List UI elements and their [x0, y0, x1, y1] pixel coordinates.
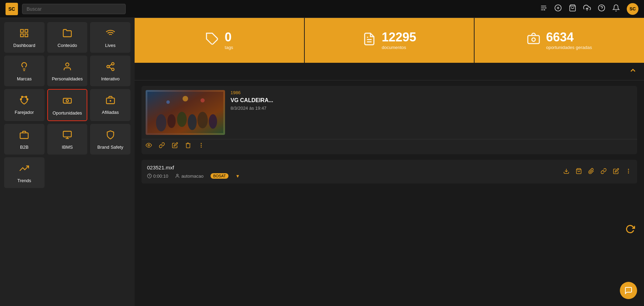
sidebar-label-trends: Trends [17, 178, 31, 183]
svg-point-56 [201, 145, 202, 146]
stat-card-documentos: 12295 documentos [305, 18, 475, 63]
svg-point-30 [66, 100, 68, 102]
content-item-top: 1986 VG CALDEIRA... 8/3/2024 às 19:47 [142, 86, 637, 139]
sidebar-label-lives: Lives [105, 43, 115, 48]
svg-point-52 [166, 100, 170, 104]
svg-rect-34 [20, 133, 28, 138]
link-icon[interactable] [159, 142, 165, 150]
bell-icon[interactable] [612, 4, 620, 13]
sidebar-item-ibms[interactable]: IBMS [47, 124, 88, 155]
svg-rect-29 [63, 98, 71, 103]
search-input[interactable] [22, 4, 126, 14]
bag-icon[interactable] [569, 4, 576, 13]
stats-row: 0 tags 12295 documentos [135, 18, 644, 63]
sidebar-item-lives[interactable]: Lives [90, 22, 130, 53]
svg-point-4 [544, 9, 545, 11]
header-left: SC [6, 3, 126, 15]
delete-icon[interactable] [185, 142, 191, 150]
svg-point-21 [107, 66, 109, 68]
top-header: SC [0, 0, 644, 18]
svg-point-20 [111, 62, 114, 65]
user-icon [175, 174, 180, 178]
sidebar-item-marcas[interactable]: Marcas [4, 56, 45, 86]
stat-label-tags: tags [225, 45, 233, 50]
more2-icon[interactable] [625, 168, 632, 176]
afiliadas-icon [106, 95, 115, 106]
stat-number-documentos: 12295 [382, 31, 416, 43]
filter-icon[interactable] [540, 4, 547, 13]
svg-rect-13 [25, 30, 28, 32]
bulb-icon [19, 62, 29, 73]
link2-icon[interactable] [601, 168, 607, 176]
sidebar-item-oportunidades[interactable]: Oportunidades [47, 89, 88, 121]
folder-icon [62, 28, 72, 39]
svg-point-47 [177, 112, 187, 127]
svg-point-55 [201, 143, 202, 144]
svg-point-53 [201, 98, 205, 102]
cloud-upload-icon[interactable] [583, 4, 591, 13]
stat-card-tags: 0 tags [135, 18, 305, 63]
item2-tag[interactable]: BOSAT [211, 173, 228, 179]
content-meta: 1986 VG CALDEIRA... 8/3/2024 às 19:47 [231, 90, 633, 135]
tag-stat-icon [205, 32, 219, 49]
header-right: SC [540, 3, 638, 15]
svg-point-43 [532, 38, 535, 41]
chat-button[interactable] [620, 282, 637, 299]
app-logo: SC [6, 3, 18, 15]
sidebar-label-b2b: B2B [20, 145, 29, 150]
sidebar-item-b2b[interactable]: B2B [4, 124, 45, 155]
sidebar-label-afiliadas: Afiliadas [102, 110, 119, 115]
edit2-icon[interactable] [613, 168, 619, 176]
content-actions [142, 139, 637, 154]
sidebar-label-dashboard: Dashboard [13, 43, 36, 48]
tag-dropdown[interactable]: ▼ [235, 174, 240, 179]
stat-info-documentos: 12295 documentos [382, 31, 416, 50]
sidebar-label-personalidades: Personalidades [52, 76, 83, 81]
money-icon [62, 96, 72, 107]
sidebar-item-afiliadas[interactable]: Afiliadas [90, 89, 130, 121]
edit-icon[interactable] [172, 142, 178, 150]
stat-number-oportunidades: 6634 [546, 31, 574, 43]
refresh-button[interactable] [623, 223, 637, 237]
sidebar-label-farejador: Farejador [15, 110, 34, 115]
sidebar-item-personalidades[interactable]: Personalidades [47, 56, 88, 86]
download-icon[interactable] [563, 168, 569, 176]
section-header [135, 63, 644, 80]
svg-point-49 [197, 112, 208, 128]
briefcase-icon [19, 130, 29, 141]
sidebar-label-interativo: Interativo [101, 76, 119, 81]
bag-action-icon[interactable] [576, 168, 582, 176]
sidebar-item-farejador[interactable]: Farejador [4, 89, 45, 121]
view-icon[interactable] [146, 142, 152, 150]
thumbnail-image [146, 90, 225, 135]
item2-meta: 0:00:10 automacao BOSAT ▼ [147, 173, 240, 179]
user-avatar[interactable]: SC [627, 3, 638, 15]
sidebar-item-trends[interactable]: Trends [4, 157, 45, 188]
sidebar-label-oportunidades: Oportunidades [52, 110, 82, 116]
svg-point-45 [156, 114, 166, 131]
svg-rect-15 [21, 34, 23, 37]
stat-info-oportunidades: 6634 oportunidades geradas [546, 31, 592, 50]
sidebar-item-brand-safety[interactable]: Brand Safety [90, 124, 130, 155]
svg-line-23 [109, 67, 112, 69]
trending-icon [19, 164, 29, 175]
collapse-button[interactable] [629, 66, 637, 77]
grid-icon [19, 28, 29, 39]
more-icon[interactable] [198, 142, 204, 150]
sidebar-item-dashboard[interactable]: Dashboard [4, 22, 45, 53]
svg-point-48 [188, 114, 197, 130]
svg-point-54 [148, 145, 150, 146]
svg-point-51 [183, 96, 188, 101]
sidebar-item-conteudo[interactable]: Conteúdo [47, 22, 88, 53]
svg-point-57 [201, 147, 202, 148]
svg-rect-14 [25, 34, 28, 37]
money-bag-stat-icon [527, 32, 540, 49]
add-circle-icon[interactable] [554, 4, 562, 13]
sidebar-label-marcas: Marcas [17, 76, 32, 81]
svg-point-63 [628, 171, 629, 171]
svg-point-46 [167, 114, 176, 128]
list-item: 023521.mxf 0:00:10 [142, 160, 637, 184]
clip-icon[interactable] [588, 168, 594, 176]
help-icon[interactable] [598, 4, 605, 13]
sidebar-item-interativo[interactable]: Interativo [90, 56, 130, 86]
